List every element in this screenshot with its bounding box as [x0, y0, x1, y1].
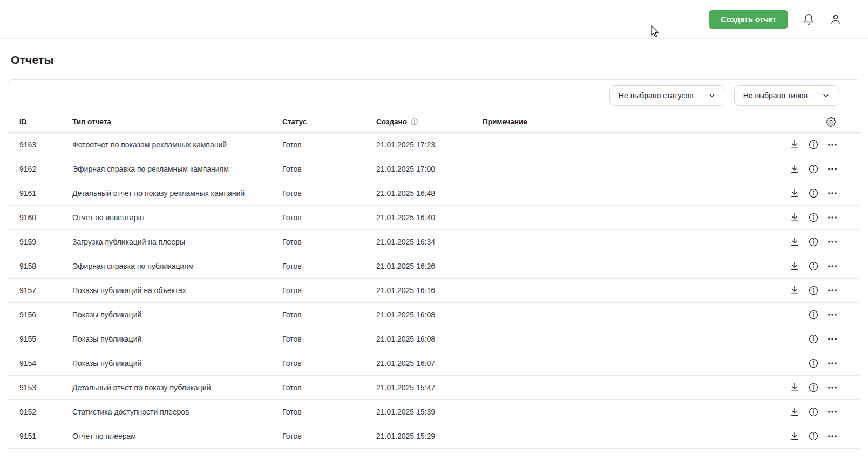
more-options-button[interactable] [826, 382, 838, 394]
more-options-button[interactable] [826, 260, 838, 272]
column-header-created: Создано [376, 118, 483, 126]
download-button[interactable] [789, 236, 801, 248]
more-options-button[interactable] [826, 163, 838, 175]
column-header-created-label: Создано [376, 118, 407, 126]
table-row[interactable]: 9152 Статистика доступности плееров Гото… [8, 400, 860, 424]
created-info-icon[interactable] [410, 118, 418, 126]
info-button[interactable] [808, 382, 819, 394]
table-row[interactable]: 9153 Детальный отчет по показу публикаци… [8, 376, 860, 400]
more-options-button[interactable] [826, 284, 838, 296]
download-button[interactable] [789, 430, 801, 442]
table-row[interactable]: 9159 Загрузка публикаций на плееры Готов… [8, 230, 860, 254]
info-button[interactable] [808, 284, 819, 296]
download-button[interactable] [789, 284, 801, 296]
row-actions [788, 284, 860, 296]
info-button[interactable] [808, 236, 819, 248]
create-report-button[interactable]: Создать отчет [709, 10, 788, 29]
column-header-status-label: Статус [282, 118, 307, 126]
profile-button[interactable] [829, 13, 842, 26]
info-button[interactable] [808, 430, 819, 442]
info-button[interactable] [808, 309, 819, 321]
more-options-icon [827, 164, 838, 174]
info-button[interactable] [808, 163, 819, 175]
download-icon [789, 406, 800, 417]
row-actions [788, 333, 860, 345]
user-icon [830, 13, 842, 25]
more-options-icon [827, 139, 838, 150]
info-button[interactable] [808, 406, 819, 418]
report-id: 9163 [19, 140, 72, 149]
report-type: Отчет по плеерам [72, 432, 282, 440]
download-button[interactable] [789, 187, 801, 199]
column-header-type: Тип отчета [72, 118, 282, 126]
download-button[interactable] [789, 406, 801, 418]
more-options-icon [827, 188, 838, 199]
more-options-button[interactable] [826, 139, 838, 151]
report-type: Эфирная справка по рекламным кампаниям [72, 165, 282, 173]
more-options-button[interactable] [826, 212, 838, 223]
notifications-button[interactable] [802, 13, 815, 26]
info-icon [808, 334, 819, 344]
table-row[interactable]: 9157 Показы публикаций на объектах Готов… [8, 279, 860, 303]
report-status: Готов [282, 335, 376, 343]
table-row[interactable]: 9161 Детальный отчет по показу рекламных… [8, 181, 860, 206]
report-status: Готов [282, 432, 376, 440]
download-button[interactable] [789, 163, 801, 175]
table-row[interactable]: 9163 Фотоотчет по показам рекламных камп… [8, 133, 860, 157]
download-button[interactable] [789, 382, 801, 394]
info-icon [808, 261, 819, 272]
row-actions [788, 163, 860, 175]
report-type: Показы публикаций на объектах [72, 286, 282, 295]
table-body: 9163 Фотоотчет по показам рекламных камп… [8, 133, 860, 449]
table-row[interactable]: 9158 Эфирная справка по публикациям Гото… [8, 254, 860, 279]
table-row[interactable]: 9154 Показы публикаций Готов 21.01.2025 … [8, 351, 860, 376]
report-id: 9157 [19, 286, 72, 295]
table-row[interactable]: 9156 Показы публикаций Готов 21.01.2025 … [8, 303, 860, 327]
more-options-button[interactable] [826, 406, 838, 418]
table-row[interactable]: 9151 Отчет по плеерам Готов 21.01.2025 1… [8, 424, 860, 449]
report-created: 21.01.2025 16:48 [376, 189, 483, 198]
report-created: 21.01.2025 16:08 [376, 310, 483, 319]
report-created: 21.01.2025 15:29 [376, 432, 483, 440]
more-options-icon [827, 285, 838, 296]
column-header-actions [788, 117, 860, 127]
download-icon [789, 285, 800, 296]
report-status: Готов [282, 238, 376, 246]
info-button[interactable] [808, 139, 819, 151]
table-row[interactable]: 9162 Эфирная справка по рекламным кампан… [8, 157, 860, 181]
info-button[interactable] [808, 357, 819, 369]
info-button[interactable] [808, 260, 819, 272]
status-filter-label: Не выбрано статусов [619, 91, 694, 100]
report-status: Готов [282, 408, 376, 416]
info-button[interactable] [808, 212, 819, 223]
report-status: Готов [282, 189, 376, 198]
download-icon [789, 212, 800, 223]
more-options-icon [827, 261, 838, 272]
table-row[interactable]: 9160 Отчет по инвентарю Готов 21.01.2025… [8, 206, 860, 230]
more-options-button[interactable] [826, 430, 838, 442]
gear-icon [826, 117, 836, 127]
status-filter-dropdown[interactable]: Не выбрано статусов [609, 85, 725, 106]
table-row[interactable]: 9155 Показы публикаций Готов 21.01.2025 … [8, 327, 860, 351]
more-options-button[interactable] [826, 309, 838, 321]
more-options-button[interactable] [826, 236, 838, 248]
type-filter-dropdown[interactable]: Не выбрано типов [734, 85, 839, 106]
more-options-button[interactable] [826, 333, 838, 345]
more-options-icon [827, 334, 838, 344]
table-settings-button[interactable] [825, 117, 836, 127]
info-icon [808, 406, 819, 417]
report-type: Показы публикаций [72, 359, 282, 368]
info-button[interactable] [808, 187, 819, 199]
report-created: 21.01.2025 16:07 [376, 359, 483, 368]
more-options-button[interactable] [826, 357, 838, 369]
more-options-button[interactable] [826, 187, 838, 199]
report-id: 9155 [19, 335, 72, 343]
report-created: 21.01.2025 16:34 [376, 238, 483, 246]
download-button[interactable] [789, 260, 801, 272]
report-id: 9153 [19, 383, 72, 392]
info-button[interactable] [808, 333, 819, 345]
download-button[interactable] [789, 139, 801, 151]
report-status: Готов [282, 286, 376, 295]
download-button[interactable] [789, 212, 801, 223]
report-id: 9160 [19, 213, 72, 222]
